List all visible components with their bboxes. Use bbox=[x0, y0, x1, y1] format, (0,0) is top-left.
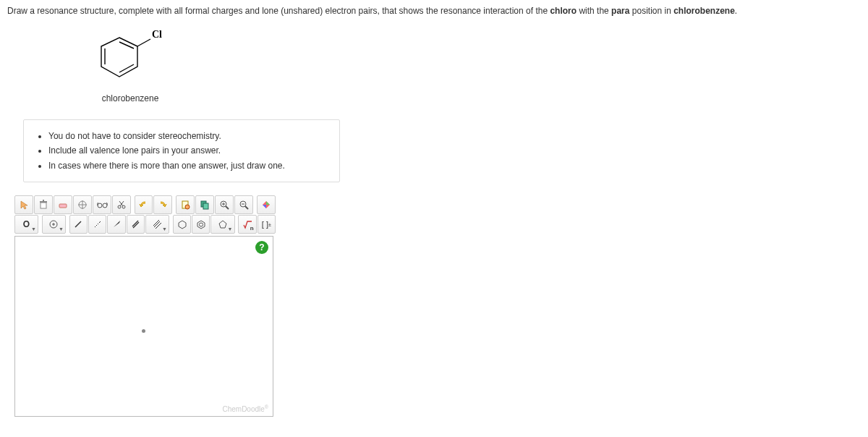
toolbar-row-1 bbox=[14, 195, 276, 215]
svg-point-12 bbox=[98, 203, 102, 208]
svg-marker-44 bbox=[197, 221, 205, 229]
cyclohexane-icon[interactable] bbox=[173, 215, 191, 234]
chemdoodle-brand: ChemDoodle® bbox=[222, 404, 268, 413]
copy-icon[interactable] bbox=[195, 195, 214, 214]
zoom-in-icon[interactable] bbox=[215, 195, 234, 214]
charge-button[interactable]: ▼ bbox=[42, 215, 66, 234]
element-o-button[interactable]: O▼ bbox=[14, 215, 38, 234]
move-tool-icon[interactable] bbox=[14, 195, 33, 214]
q-post: position in bbox=[629, 6, 673, 16]
sqrt-n-button[interactable]: n bbox=[238, 215, 256, 234]
svg-marker-0 bbox=[101, 38, 137, 77]
double-bond-icon[interactable] bbox=[127, 215, 145, 234]
color-icon[interactable] bbox=[257, 195, 276, 214]
redo-icon[interactable] bbox=[153, 195, 172, 214]
q-mid: with the bbox=[576, 6, 611, 16]
chlorobenzene-svg: Cl bbox=[87, 23, 174, 88]
q-b2: para bbox=[611, 6, 629, 16]
clear-tool-icon[interactable] bbox=[34, 195, 53, 214]
br-label: [ ] bbox=[262, 220, 268, 229]
q-end: . bbox=[735, 6, 737, 16]
benzene-icon[interactable] bbox=[192, 215, 210, 234]
svg-point-13 bbox=[103, 203, 107, 208]
help-button[interactable]: ? bbox=[255, 241, 268, 254]
cyclopentane-icon[interactable]: ▼ bbox=[210, 215, 234, 234]
canvas-start-dot bbox=[142, 329, 145, 333]
triple-bond-icon[interactable]: ▼ bbox=[145, 215, 169, 234]
svg-line-2 bbox=[119, 42, 134, 48]
erase-tool-icon[interactable] bbox=[54, 195, 72, 214]
q-pre: Draw a resonance structure, complete wit… bbox=[7, 6, 550, 16]
chemdoodle-widget: O▼ ▼ ▼ ▼ bbox=[14, 195, 276, 417]
svg-line-23 bbox=[226, 206, 229, 209]
center-tool-icon[interactable] bbox=[73, 195, 92, 214]
undo-icon[interactable] bbox=[135, 195, 153, 214]
svg-line-35 bbox=[98, 224, 98, 224]
svg-line-42 bbox=[156, 223, 161, 229]
glasses-icon[interactable] bbox=[93, 195, 111, 214]
toolbar-row-2: O▼ ▼ ▼ ▼ bbox=[14, 215, 276, 234]
instruction-item: In cases where there is more than one an… bbox=[48, 158, 326, 173]
wedge-bond-icon[interactable] bbox=[107, 215, 125, 234]
question-text: Draw a resonance structure, complete wit… bbox=[7, 6, 861, 16]
recessed-bond-icon[interactable] bbox=[88, 215, 106, 234]
paste-icon[interactable] bbox=[176, 195, 195, 214]
svg-line-3 bbox=[119, 64, 134, 72]
svg-line-4 bbox=[137, 39, 150, 46]
q-b1: chloro bbox=[550, 6, 576, 16]
svg-marker-43 bbox=[179, 221, 186, 229]
zoom-out-icon[interactable] bbox=[234, 195, 253, 214]
brand-sup: ® bbox=[265, 404, 268, 410]
svg-rect-5 bbox=[41, 203, 46, 208]
svg-line-36 bbox=[99, 221, 101, 223]
svg-marker-37 bbox=[114, 221, 120, 227]
svg-marker-46 bbox=[219, 221, 226, 228]
svg-line-32 bbox=[75, 221, 81, 227]
sqrt-n-label: n bbox=[250, 225, 254, 232]
svg-line-34 bbox=[96, 225, 97, 226]
cl-label: Cl bbox=[152, 29, 162, 40]
instructions-box: You do not have to consider stereochemis… bbox=[23, 119, 340, 182]
single-bond-icon[interactable] bbox=[69, 215, 88, 234]
cut-icon[interactable] bbox=[112, 195, 131, 214]
instruction-item: Include all valence lone pairs in your a… bbox=[48, 143, 326, 158]
svg-line-27 bbox=[245, 206, 248, 209]
o-label: O bbox=[23, 219, 30, 229]
svg-line-33 bbox=[95, 226, 95, 227]
structure-name: chlorobenzene bbox=[87, 93, 174, 103]
q-b3: chlorobenzene bbox=[673, 6, 735, 16]
drawing-canvas[interactable]: ? ChemDoodle® bbox=[14, 236, 273, 417]
help-label: ? bbox=[259, 242, 264, 253]
pm-label: ± bbox=[268, 222, 271, 227]
brand-text: ChemDoodle bbox=[222, 405, 264, 413]
reference-structure: Cl chlorobenzene bbox=[87, 23, 174, 103]
svg-point-45 bbox=[199, 223, 203, 226]
instruction-item: You do not have to consider stereochemis… bbox=[48, 129, 326, 143]
svg-rect-21 bbox=[203, 203, 208, 209]
svg-point-19 bbox=[185, 205, 190, 209]
svg-rect-8 bbox=[59, 204, 67, 208]
brackets-button[interactable]: [ ]± bbox=[258, 215, 276, 234]
